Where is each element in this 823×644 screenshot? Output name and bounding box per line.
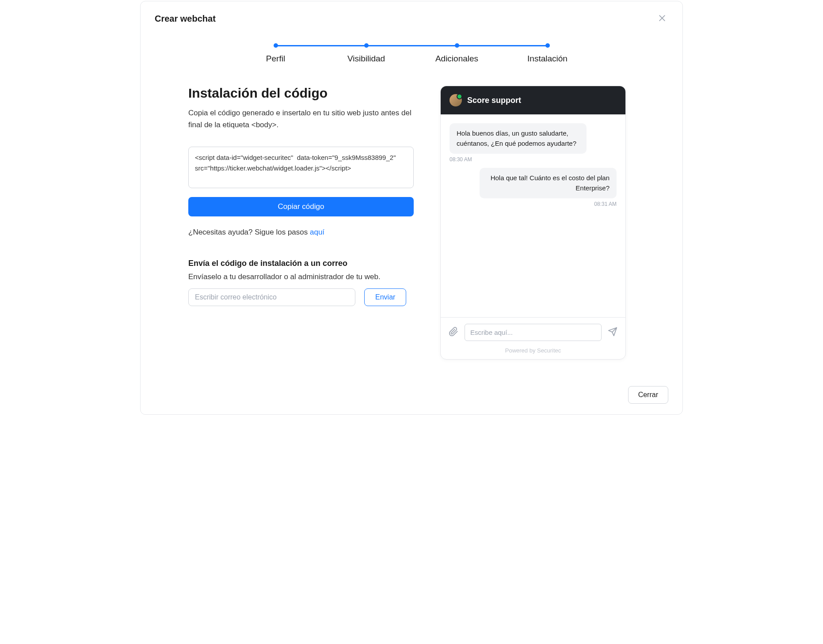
email-section-description: Envíaselo a tu desarrollador o al admini… — [188, 273, 414, 281]
help-prefix: ¿Necesitas ayuda? Sigue los pasos — [188, 228, 310, 236]
powered-by-label: Powered by Securitec — [441, 345, 625, 359]
chat-input-row — [441, 317, 625, 345]
stepper: Perfil Visibilidad Adicionales Instalaci… — [230, 43, 593, 64]
close-icon — [658, 14, 667, 23]
code-snippet-box[interactable] — [188, 147, 414, 188]
modal-title: Crear webchat — [155, 14, 216, 24]
help-text: ¿Necesitas ayuda? Sigue los pasos aquí — [188, 228, 414, 237]
step-dot-icon — [364, 43, 369, 48]
install-title: Instalación del código — [188, 86, 414, 101]
send-email-button[interactable]: Enviar — [364, 288, 406, 306]
step-connector — [276, 45, 366, 46]
message-bubble: Hola que tal! Cuánto es el costo del pla… — [480, 168, 617, 198]
send-icon[interactable] — [608, 327, 617, 338]
message-bubble: Hola buenos días, un gusto saludarte, cu… — [450, 123, 587, 154]
chat-header: Score support — [441, 86, 625, 114]
email-input[interactable] — [188, 288, 355, 306]
chat-message-incoming: Hola buenos días, un gusto saludarte, cu… — [450, 123, 617, 163]
install-description: Copia el código generado e insertalo en … — [188, 107, 414, 131]
attachment-icon[interactable] — [449, 327, 458, 338]
step-label: Adicionales — [412, 54, 502, 64]
step-perfil[interactable]: Perfil — [230, 43, 321, 64]
message-timestamp: 08:30 AM — [450, 156, 472, 163]
step-label: Visibilidad — [321, 54, 412, 64]
step-connector — [366, 45, 457, 46]
modal-footer: Cerrar — [155, 386, 668, 404]
avatar — [450, 94, 462, 106]
step-dot-icon — [545, 43, 550, 48]
step-label: Instalación — [502, 54, 593, 64]
step-dot-icon — [455, 43, 459, 48]
chat-body: Hola buenos días, un gusto saludarte, cu… — [441, 114, 625, 317]
message-timestamp: 08:31 AM — [594, 201, 617, 207]
close-button[interactable] — [656, 12, 668, 26]
close-footer-button[interactable]: Cerrar — [628, 386, 668, 404]
copy-code-button[interactable]: Copiar código — [188, 197, 414, 216]
modal-content: Instalación del código Copia el código g… — [155, 86, 668, 360]
chat-preview-column: Score support Hola buenos días, un gusto… — [440, 86, 626, 360]
email-row: Enviar — [188, 288, 414, 306]
step-dot-icon — [274, 43, 278, 48]
chat-preview-card: Score support Hola buenos días, un gusto… — [440, 86, 626, 360]
step-label: Perfil — [230, 54, 321, 64]
help-link[interactable]: aquí — [310, 228, 324, 236]
modal-header: Crear webchat — [155, 12, 668, 26]
email-section-title: Envía el código de instalación a un corr… — [188, 259, 414, 268]
install-column: Instalación del código Copia el código g… — [188, 86, 414, 360]
chat-message-outgoing: Hola que tal! Cuánto es el costo del pla… — [450, 168, 617, 207]
create-webchat-modal: Crear webchat Perfil Visibilidad Adicion… — [140, 1, 683, 415]
chat-title: Score support — [467, 96, 521, 105]
chat-input[interactable] — [465, 324, 602, 341]
step-connector — [457, 45, 548, 46]
